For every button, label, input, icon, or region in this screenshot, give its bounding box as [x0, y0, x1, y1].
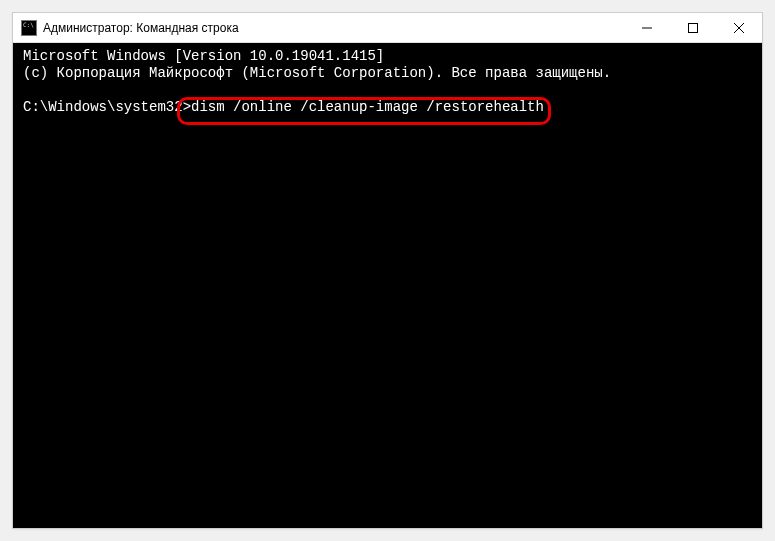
window-controls: [624, 13, 762, 42]
minimize-icon: [642, 23, 652, 33]
outer-frame: Администратор: Командная строка Microsof…: [0, 0, 775, 541]
version-line: Microsoft Windows [Version 10.0.19041.14…: [23, 48, 384, 64]
maximize-icon: [688, 23, 698, 33]
terminal-output: Microsoft Windows [Version 10.0.19041.14…: [23, 48, 752, 116]
minimize-button[interactable]: [624, 13, 670, 42]
copyright-line: (c) Корпорация Майкрософт (Microsoft Cor…: [23, 65, 611, 81]
terminal-area[interactable]: Microsoft Windows [Version 10.0.19041.14…: [13, 43, 762, 528]
titlebar[interactable]: Администратор: Командная строка: [13, 13, 762, 43]
close-icon: [734, 23, 744, 33]
maximize-button[interactable]: [670, 13, 716, 42]
prompt: C:\Windows\system32>: [23, 99, 191, 115]
cmd-icon: [21, 20, 37, 36]
close-button[interactable]: [716, 13, 762, 42]
svg-rect-1: [689, 23, 698, 32]
cmd-window: Администратор: Командная строка Microsof…: [12, 12, 763, 529]
typed-command: dism /online /cleanup-image /restoreheal…: [191, 99, 544, 115]
window-title: Администратор: Командная строка: [43, 21, 624, 35]
